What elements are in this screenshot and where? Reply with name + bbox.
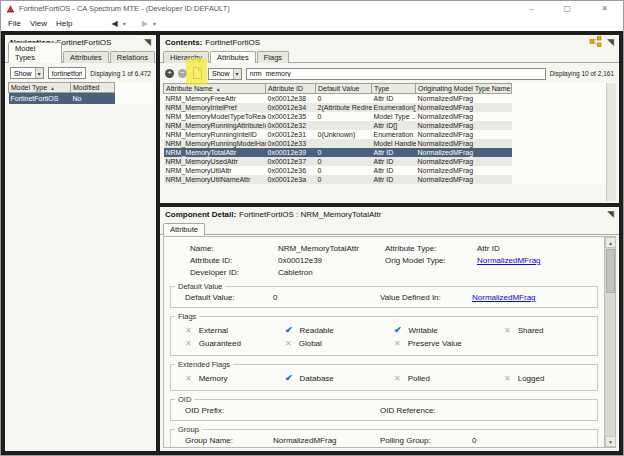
contents-panel: Contents: FortinetFortiOS ◥ <box>160 35 619 203</box>
tab-model-types[interactable]: Model Types <box>8 42 62 63</box>
cross-icon: ✕ <box>185 339 192 348</box>
group-name-label: Group Name: <box>185 436 273 445</box>
remove-filter-icon[interactable]: − <box>178 69 187 78</box>
scroll-up-icon[interactable]: ▲ <box>605 237 616 248</box>
close-button[interactable]: ✕ <box>601 4 608 14</box>
flag-preserve-value: ✕Preserve Value <box>394 339 504 348</box>
table-row[interactable]: NRM_MemoryTotalAttr0x00012e390Attr IDNor… <box>164 148 607 157</box>
navigation-header-value: FortinetFortiOS <box>57 38 112 47</box>
tab-flags[interactable]: Flags <box>257 51 289 63</box>
default-value-section: Default Value Default Value: 0 Value Def… <box>170 282 598 308</box>
forward-icon[interactable]: ▶ <box>142 19 148 28</box>
flag-logged: ✕Logged <box>504 373 597 383</box>
contents-header-value: FortinetFortiOS <box>205 38 260 47</box>
cross-icon: ✕ <box>504 374 511 383</box>
table-row[interactable]: NRM_MemoryRunningModelHandles0x00012e33M… <box>164 139 607 148</box>
attribute-type-value: Attr ID <box>477 244 600 253</box>
table-row[interactable]: NRM_MemoryRunningIntelID0x00012e310(Unkn… <box>164 130 607 139</box>
polling-group-label: Polling Group: <box>380 436 472 445</box>
detail-body: Name: NRM_MemoryTotalAttr Attribute Type… <box>163 236 616 448</box>
attribute-table: Attribute Name▲ Attribute ID Default Val… <box>163 83 606 184</box>
component-detail-panel: Component Detail: FortinetFortiOS : NRM_… <box>160 207 619 451</box>
column-header-attribute-name[interactable]: Attribute Name▲ <box>164 84 266 94</box>
model-type-network-icon[interactable] <box>589 36 602 49</box>
table-row[interactable]: NRM_MemoryUtilAttr0x00012e360Attr IDNorm… <box>164 166 607 175</box>
minimize-button[interactable]: – <box>529 4 533 14</box>
cross-icon: ✕ <box>285 339 292 348</box>
back-icon[interactable]: ◀ <box>112 19 118 28</box>
table-row[interactable]: FortinetFortiOSNo <box>9 93 154 104</box>
attribute-filter-input[interactable] <box>246 68 546 80</box>
tab-attributes-contents[interactable]: Attributes <box>210 51 256 63</box>
history-toolbar: ◀ ▾ ▶ ▾ <box>112 19 156 28</box>
table-row[interactable]: NRM_MemoryIntelPref0x00012e342(Attribute… <box>164 103 607 112</box>
attribute-id-value: 0x00012e39 <box>278 256 385 265</box>
extended-flags-legend: Extended Flags <box>175 360 233 369</box>
contents-show-label: Show <box>212 70 230 77</box>
attribute-id-label: Attribute ID: <box>190 256 278 265</box>
table-row[interactable]: NRM_MemoryFreeAttr0x00012e380Attr IDNorm… <box>164 94 607 103</box>
navigation-toolbar: Show ▾ Displaying 1 of 6,472 <box>5 63 156 82</box>
add-filter-icon[interactable]: + <box>165 69 174 78</box>
check-icon: ✔ <box>285 325 293 335</box>
navigation-panel: Navigation: FortinetFortiOS ◥ Model Type… <box>5 35 156 451</box>
default-value-label: Default Value: <box>185 293 273 302</box>
detail-header-label: Component Detail: <box>165 210 236 219</box>
maximize-button[interactable]: ▢ <box>564 4 572 14</box>
model-type-table-area: Model Type▲ Modified FortinetFortiOSNo <box>5 82 156 451</box>
table-row[interactable]: NRM_MemoryModelTypeToRead0x00012e350Mode… <box>164 112 607 121</box>
tab-attributes[interactable]: Attributes <box>63 51 109 63</box>
column-header-type[interactable]: Type <box>372 84 416 94</box>
detail-header-value: FortinetFortiOS : NRM_MemoryTotalAttr <box>239 210 381 219</box>
panel-collapse-icon[interactable]: ◥ <box>607 210 614 219</box>
column-header-model-type[interactable]: Model Type▲ <box>9 83 71 93</box>
menu-view[interactable]: View <box>30 19 47 28</box>
model-type-table: Model Type▲ Modified FortinetFortiOSNo <box>8 82 153 104</box>
detail-scrollbar[interactable]: ▲ ▼ <box>604 237 615 447</box>
panel-collapse-icon[interactable]: ◥ <box>144 38 151 47</box>
back-dropdown-icon[interactable]: ▾ <box>123 20 126 27</box>
oid-legend: OID <box>175 395 194 404</box>
panel-collapse-icon[interactable]: ◥ <box>607 38 614 47</box>
oid-section: OID OID Prefix: OID Reference: <box>170 395 598 421</box>
default-value-value: 0 <box>273 293 380 302</box>
table-row[interactable]: NRM_MemoryUsedAttr0x00012e370Attr IDNorm… <box>164 157 607 166</box>
flag-guaranteed: ✕Guaranteed <box>185 339 285 348</box>
check-icon: ✔ <box>394 325 402 335</box>
new-document-button[interactable] <box>191 67 204 80</box>
scroll-down-icon[interactable]: ▼ <box>605 436 616 447</box>
menubar: File View Help ◀ ▾ ▶ ▾ <box>1 16 623 31</box>
contents-scrollbar[interactable] <box>606 83 616 201</box>
check-icon: ✔ <box>285 373 293 383</box>
contents-show-dropdown[interactable]: Show ▾ <box>208 68 242 80</box>
app-window: FortinetFortiOS - CA Spectrum MTE - (Dev… <box>0 0 624 456</box>
flags-legend: Flags <box>175 312 199 321</box>
nav-show-dropdown[interactable]: Show ▾ <box>10 67 44 79</box>
group-legend: Group <box>175 425 202 434</box>
menu-file[interactable]: File <box>8 19 21 28</box>
name-value: NRM_MemoryTotalAttr <box>278 244 385 253</box>
column-header-originating-model-type[interactable]: Originating Model Type Name <box>416 84 512 94</box>
flags-section: Flags ✕External✔Readable✔Writable✕Shared… <box>170 312 598 356</box>
value-defined-in-link[interactable]: NormalizedMFrag <box>472 293 597 302</box>
group-section: Group Group Name: NormalizedMFrag Pollin… <box>170 425 598 447</box>
chevron-down-icon: ▾ <box>35 68 43 78</box>
attribute-general-section: Name: NRM_MemoryTotalAttr Attribute Type… <box>168 240 600 281</box>
orig-model-type-link[interactable]: NormalizedMFrag <box>477 256 600 265</box>
forward-dropdown-icon[interactable]: ▾ <box>153 20 156 27</box>
table-row[interactable]: NRM_MemoryUtilNameAttr0x00012e3a0Attr ID… <box>164 175 607 184</box>
tab-attribute-detail[interactable]: Attribute <box>163 223 205 235</box>
menu-help[interactable]: Help <box>56 19 72 28</box>
tab-hierarchy[interactable]: Hierarchy <box>163 51 209 63</box>
model-type-filter-input[interactable] <box>48 67 87 79</box>
table-row[interactable]: NRM_MemoryRunningAttributeIds0x00012e32A… <box>164 121 607 130</box>
column-header-default-value[interactable]: Default Value <box>316 84 372 94</box>
flag-global: ✕Global <box>285 339 394 348</box>
window-controls: – ▢ ✕ <box>529 4 618 14</box>
chevron-down-icon: ▾ <box>233 69 241 79</box>
scrollbar-thumb[interactable] <box>606 249 615 293</box>
tab-relations[interactable]: Relations <box>110 51 155 63</box>
column-header-modified[interactable]: Modified <box>71 83 115 93</box>
detail-header: Component Detail: FortinetFortiOS : NRM_… <box>160 207 619 222</box>
column-header-attribute-id[interactable]: Attribute ID <box>266 84 316 94</box>
